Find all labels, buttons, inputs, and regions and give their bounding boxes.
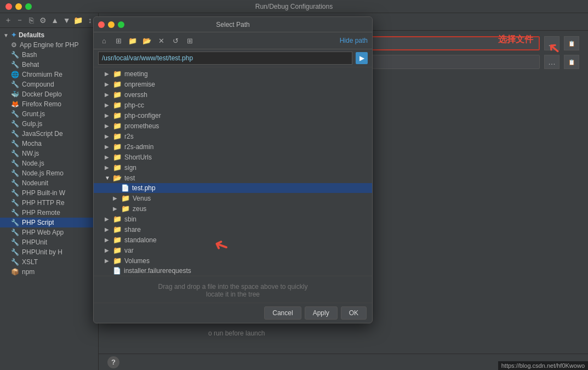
chinese-annotation: 选择文件: [498, 34, 533, 45]
folder-shorturls[interactable]: ▶ 📁 ShortUrls: [94, 152, 372, 162]
sidebar-item-label: Gulp.js: [22, 120, 42, 128]
refresh-icon[interactable]: ↺: [169, 35, 181, 47]
folder-sign[interactable]: ▶ 📁 sign: [94, 162, 372, 173]
sidebar-item-gruntjs[interactable]: 🔧 Grunt.js: [0, 109, 98, 119]
dialog-min-btn[interactable]: [108, 21, 115, 28]
sidebar-item-label: NW.js: [22, 150, 39, 157]
hide-path-btn[interactable]: Hide path: [340, 37, 368, 44]
sidebar-item-javascript[interactable]: 🔧 JavaScript De: [0, 129, 98, 139]
title-bar: Run/Debug Configurations: [0, 0, 588, 13]
folder-overssh[interactable]: ▶ 📁 overssh: [94, 89, 372, 100]
tree-root-defaults[interactable]: ▼ ✦ Defaults: [0, 30, 98, 40]
sidebar-item-phphttp[interactable]: 🔧 PHP HTTP Re: [0, 198, 98, 208]
dialog-controls: [98, 21, 124, 28]
folder-zeus[interactable]: ▶ 📁 zeus: [94, 203, 372, 214]
js-icon: 🔧: [11, 130, 19, 138]
folder-meeting[interactable]: ▶ 📁 meeting: [94, 69, 372, 79]
folder-volumes[interactable]: ▶ 📁 Volumes: [94, 255, 372, 266]
folder-icon: 📁: [121, 194, 130, 202]
folder-venus[interactable]: ▶ 📁 Venus: [94, 193, 372, 203]
sidebar-item-chromium[interactable]: 🌐 Chromium Re: [0, 70, 98, 79]
dialog-footer: Cancel Apply OK: [94, 303, 372, 323]
sidebar-item-gulpjs[interactable]: 🔧 Gulp.js: [0, 119, 98, 129]
settings-icon[interactable]: ⊞: [184, 35, 196, 47]
copy-config-btn[interactable]: ⎘: [27, 15, 36, 25]
sidebar-item-nodejsremote[interactable]: 🔧 Node.js Remo: [0, 168, 98, 178]
nodejs-icon: 🔧: [11, 160, 19, 167]
sidebar-item-phpunit-h[interactable]: 🔧 PHPUnit by H: [0, 247, 98, 257]
folder-r2s-admin[interactable]: ▶ 📁 r2s-admin: [94, 141, 372, 152]
nodeunit-icon: 🔧: [11, 179, 19, 187]
sidebar-item-appengine[interactable]: ⚙ App Engine for PHP: [0, 40, 98, 50]
window-controls: [5, 3, 32, 10]
sidebar-item-mocha[interactable]: 🔧 Mocha: [0, 139, 98, 149]
move-down-btn[interactable]: ▼: [62, 15, 71, 25]
folder-prometheus[interactable]: ▶ 📁 prometheus: [94, 121, 372, 131]
apply-button[interactable]: Apply: [305, 306, 338, 320]
file-extra-btn[interactable]: 📋: [564, 36, 579, 50]
sidebar-item-nodeunit[interactable]: 🔧 Nodeunit: [0, 178, 98, 188]
folder-share[interactable]: ▶ 📁 share: [94, 224, 372, 235]
path-go-btn[interactable]: ▶: [356, 52, 368, 64]
sidebar-item-label: Grunt.js: [22, 110, 45, 118]
args-extra-btn[interactable]: 📋: [564, 55, 579, 69]
delete-icon[interactable]: ✕: [155, 35, 167, 47]
remove-config-btn[interactable]: －: [15, 15, 24, 25]
sidebar-item-phpunit[interactable]: 🔧 PHPUnit: [0, 237, 98, 247]
folder-icon: 📁: [113, 90, 122, 99]
dialog-close-btn[interactable]: [98, 21, 105, 28]
folder-open-icon[interactable]: 📂: [141, 35, 153, 47]
dialog-title-bar: Select Path: [94, 17, 372, 32]
file-test-php[interactable]: 📄 test.php: [94, 183, 372, 193]
folder-onpremise[interactable]: ▶ 📁 onpremise: [94, 79, 372, 89]
dialog-file-tree: ▶ 📁 meeting ▶ 📁 onpremise ▶ 📁 overssh ▶ …: [94, 67, 372, 276]
sidebar-item-phpwebapp[interactable]: 🔧 PHP Web App: [0, 227, 98, 237]
folder-standalone[interactable]: ▶ 📁 standalone: [94, 235, 372, 245]
sidebar-item-label: Compound: [22, 81, 54, 88]
sidebar-item-label: PHP Built-in W: [22, 189, 65, 197]
close-btn[interactable]: [5, 3, 12, 10]
folder-icon: 📁: [113, 132, 122, 140]
ok-button[interactable]: OK: [341, 306, 367, 320]
sidebar-item-label: PHP Script: [22, 219, 54, 226]
dialog-max-btn[interactable]: [118, 21, 124, 28]
folder-sbin[interactable]: ▶ 📁 sbin: [94, 214, 372, 224]
sidebar-item-firefox[interactable]: 🦊 Firefox Remo: [0, 99, 98, 109]
sidebar-item-xslt[interactable]: 🔧 XSLT: [0, 257, 98, 267]
sidebar-item-bash[interactable]: 🔧 Bash: [0, 50, 98, 60]
sidebar-item-behat[interactable]: 🔧 Behat: [0, 60, 98, 70]
home-icon[interactable]: ⌂: [98, 35, 110, 47]
folder-php-configer[interactable]: ▶ 📁 php-configer: [94, 110, 372, 121]
cancel-button[interactable]: Cancel: [264, 306, 301, 320]
sidebar-item-nwjs[interactable]: 🔧 NW.js: [0, 149, 98, 158]
folder-test[interactable]: ▼ 📂 test: [94, 173, 372, 183]
sidebar-item-compound[interactable]: 🔧 Compound: [0, 79, 98, 89]
folder-var[interactable]: ▶ 📁 var: [94, 245, 372, 255]
folder-btn[interactable]: 📁: [73, 15, 83, 25]
phpwebapp-icon: 🔧: [11, 229, 19, 236]
file-installer[interactable]: 📄 installer.failurerequests: [94, 266, 372, 276]
sidebar-item-label: Docker Deplo: [22, 90, 62, 98]
folder-r2s[interactable]: ▶ 📁 r2s: [94, 131, 372, 141]
move-up-btn[interactable]: ▲: [50, 15, 60, 25]
settings-config-btn[interactable]: ⚙: [38, 15, 48, 25]
path-input[interactable]: [98, 52, 352, 65]
sidebar-item-docker[interactable]: 🐳 Docker Deplo: [0, 89, 98, 99]
new-folder-icon[interactable]: 📁: [127, 35, 139, 47]
sidebar-item-npm[interactable]: 📦 npm: [0, 267, 98, 277]
drop-hint-line1: Drag and drop a file into the space abov…: [98, 283, 368, 291]
compound-icon: 🔧: [11, 81, 19, 88]
help-button[interactable]: ?: [107, 356, 119, 368]
php-file-icon: 📄: [121, 184, 129, 192]
add-config-btn[interactable]: ＋: [3, 15, 13, 25]
sidebar-item-phpremote[interactable]: 🔧 PHP Remote: [0, 208, 98, 218]
sidebar-item-phpscript[interactable]: 🔧 PHP Script: [0, 218, 98, 227]
layout-icon[interactable]: ⊞: [112, 35, 124, 47]
phphttp-icon: 🔧: [11, 199, 19, 207]
sidebar-item-phpbuiltin[interactable]: 🔧 PHP Built-in W: [0, 188, 98, 198]
minimize-btn[interactable]: [15, 3, 22, 10]
sidebar-item-label: Node.js: [22, 160, 44, 167]
sidebar-item-nodejs[interactable]: 🔧 Node.js: [0, 158, 98, 168]
folder-php-cc[interactable]: ▶ 📁 php-cc: [94, 100, 372, 110]
maximize-btn[interactable]: [25, 3, 32, 10]
